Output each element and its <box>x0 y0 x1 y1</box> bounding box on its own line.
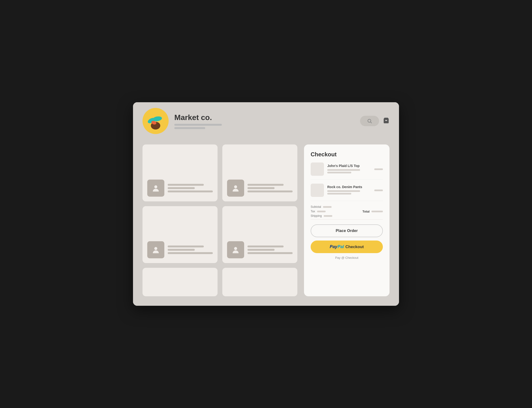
product-line <box>248 246 284 247</box>
person-icon <box>151 184 160 192</box>
product-line <box>168 190 213 192</box>
cart-button[interactable] <box>383 117 390 125</box>
paypal-logo: PayPal <box>330 244 344 249</box>
main-content: Checkout John's Plaid L/S Top Rock co. D… <box>133 140 399 306</box>
product-line <box>248 249 275 251</box>
total-item: Total <box>363 210 383 213</box>
product-grid <box>142 144 297 296</box>
left-totals: Subtotal Tax Shipping <box>311 205 332 218</box>
tax-label: Tax <box>311 210 315 213</box>
search-icon <box>367 118 372 124</box>
checkout-panel: Checkout John's Plaid L/S Top Rock co. D… <box>304 144 390 296</box>
product-card-inner <box>147 179 213 197</box>
cart-item-detail-line <box>327 169 360 171</box>
svg-point-7 <box>234 185 237 188</box>
subtotal-item: Subtotal <box>311 205 332 209</box>
product-line <box>168 249 195 251</box>
product-line <box>168 184 204 186</box>
subtotal-row: Subtotal Tax Shipping Total <box>311 205 383 218</box>
product-line <box>248 252 293 254</box>
product-line <box>168 252 213 254</box>
person-icon <box>151 246 160 254</box>
product-line <box>168 246 204 247</box>
product-thumbnail <box>147 179 164 197</box>
cart-item-price <box>374 189 383 191</box>
svg-point-9 <box>234 247 237 250</box>
cart-item: John's Plaid L/S Top <box>311 162 383 180</box>
tax-value <box>317 211 326 212</box>
search-button[interactable] <box>360 116 379 126</box>
product-lines <box>248 246 293 254</box>
shipping-value <box>324 215 332 217</box>
product-card[interactable] <box>222 144 297 201</box>
product-lines <box>248 184 293 192</box>
product-card[interactable] <box>142 206 218 263</box>
browser-window: Market co. <box>133 102 399 306</box>
product-card-inner <box>227 179 293 197</box>
tax-item: Tax <box>311 210 332 213</box>
paypal-checkout-button[interactable]: PayPal Checkout <box>311 240 383 253</box>
product-card[interactable] <box>222 268 297 296</box>
paypal-pal-text: Pal <box>337 244 344 249</box>
cart-item-detail-line <box>327 193 351 195</box>
svg-point-4 <box>368 119 371 122</box>
cart-item-detail-line <box>327 190 360 192</box>
total-label: Total <box>363 210 370 213</box>
cart-item-thumbnail <box>311 162 324 176</box>
product-card[interactable] <box>222 206 297 263</box>
header-actions <box>360 116 390 126</box>
product-card-inner <box>227 241 293 258</box>
cart-icon <box>383 117 390 124</box>
subtotal-value <box>323 206 332 208</box>
header-title-area: Market co. <box>174 113 354 129</box>
svg-point-6 <box>154 185 158 188</box>
total-value <box>372 211 383 212</box>
product-line <box>168 187 195 189</box>
product-lines <box>168 246 213 254</box>
cart-item-name: Rock co. Denim Pants <box>327 185 371 189</box>
subtitle-line2 <box>174 127 205 129</box>
cart-item-info: John's Plaid L/S Top <box>327 164 371 174</box>
shipping-item: Shipping <box>311 214 332 218</box>
subtotal-label: Subtotal <box>311 205 321 209</box>
paypal-checkout-text: Checkout <box>345 245 364 249</box>
cart-item: Rock co. Denim Pants <box>311 184 383 201</box>
cart-item-thumbnail <box>311 184 324 197</box>
product-card[interactable] <box>142 268 218 296</box>
person-icon <box>231 246 240 254</box>
totals-section: Subtotal Tax Shipping Total <box>311 205 383 218</box>
product-line <box>248 184 284 186</box>
product-lines <box>168 184 213 192</box>
header: Market co. <box>133 102 399 140</box>
product-thumbnail <box>227 179 244 197</box>
subtitle-line1 <box>174 124 222 126</box>
cart-item-detail-line <box>327 172 351 173</box>
person-icon <box>231 184 240 192</box>
product-card[interactable] <box>142 144 218 201</box>
cart-item-name: John's Plaid L/S Top <box>327 164 371 168</box>
svg-point-8 <box>154 247 158 250</box>
place-order-button[interactable]: Place Order <box>311 224 383 237</box>
divider <box>311 219 383 220</box>
cart-item-info: Rock co. Denim Pants <box>327 185 371 196</box>
svg-line-5 <box>371 122 372 123</box>
product-line <box>248 190 293 192</box>
product-card-inner <box>147 241 213 258</box>
cart-item-price <box>374 168 383 170</box>
logo <box>142 108 169 134</box>
app-title: Market co. <box>174 113 354 122</box>
product-thumbnail <box>227 241 244 258</box>
pay-at-checkout-text: Pay @ Checkout <box>311 256 383 260</box>
product-line <box>248 187 275 189</box>
checkout-title: Checkout <box>311 151 383 158</box>
shipping-label: Shipping <box>311 214 322 218</box>
product-thumbnail <box>147 241 164 258</box>
paypal-pay-text: Pay <box>330 244 337 249</box>
